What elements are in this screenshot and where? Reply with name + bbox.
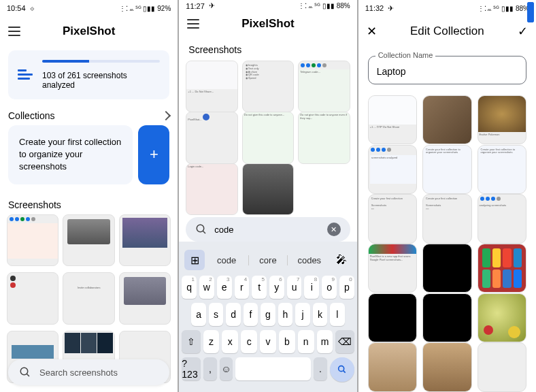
key-z[interactable]: z: [203, 330, 220, 353]
collections-header[interactable]: Collections: [0, 103, 178, 125]
symbols-key[interactable]: ?123: [182, 357, 201, 380]
mic-icon[interactable]: 🎤︎: [331, 250, 352, 270]
screen-search: 11:27✈ ⋮⁚ ⩋ ⁵ᴳ ▯▮▮88% PixelShot Screensh…: [179, 0, 356, 392]
app-title: PixelShot: [63, 24, 115, 38]
key-o[interactable]: o9: [322, 276, 337, 299]
collection-thumb[interactable]: PixelShot is a new app that scans Google…: [368, 244, 417, 293]
collection-thumb[interactable]: [422, 342, 471, 391]
comma-key[interactable]: ,: [203, 357, 216, 380]
collection-thumb[interactable]: [478, 342, 526, 391]
key-c[interactable]: c: [241, 330, 257, 353]
telegram-icon: ✈: [388, 4, 394, 13]
key-v[interactable]: v: [260, 330, 276, 353]
collection-thumb[interactable]: [422, 244, 471, 293]
collapse-keyboard[interactable]: ⌵: [182, 386, 354, 392]
key-e[interactable]: e3: [217, 276, 232, 299]
key-m[interactable]: m: [317, 330, 333, 353]
collection-thumb[interactable]: Create your first collectionScreenshots▫…: [368, 194, 417, 243]
backspace-key[interactable]: ⌫: [335, 330, 354, 353]
key-s[interactable]: s: [209, 303, 223, 326]
analysis-text: 103 of 261 screenshots analyzed: [42, 71, 160, 90]
screenshots-label: Screenshots: [8, 199, 61, 210]
svg-line-1: [27, 374, 29, 376]
screenshot-thumb[interactable]: [119, 214, 171, 266]
suggestion[interactable]: codes: [290, 255, 329, 265]
screenshot-thumb[interactable]: [7, 214, 58, 266]
screen-title: Edit Collection: [410, 24, 484, 38]
collection-thumb[interactable]: Evolve Pokemon: [478, 95, 526, 144]
key-l[interactable]: l: [330, 303, 344, 326]
key-h[interactable]: h: [278, 303, 292, 326]
key-d[interactable]: d: [226, 303, 240, 326]
search-key[interactable]: [330, 357, 354, 382]
collection-thumb[interactable]: [368, 293, 417, 342]
screenshot-thumb[interactable]: [63, 214, 114, 266]
emoji-key[interactable]: ☺: [220, 357, 233, 380]
search-input[interactable]: code ✕: [186, 217, 350, 242]
key-x[interactable]: x: [222, 330, 238, 353]
key-r[interactable]: r4: [235, 276, 250, 299]
collection-thumb[interactable]: [478, 293, 526, 342]
create-collection-card[interactable]: Create your first collection to organize…: [8, 125, 133, 184]
period-key[interactable]: .: [314, 357, 326, 380]
search-bar[interactable]: Search screenshots: [8, 359, 169, 385]
analysis-icon: [18, 69, 33, 80]
key-w[interactable]: w2: [199, 276, 214, 299]
clear-button[interactable]: ✕: [327, 223, 341, 236]
key-j[interactable]: j: [295, 303, 309, 326]
menu-button[interactable]: [8, 27, 20, 36]
key-g[interactable]: g: [261, 303, 275, 326]
screenshot-thumb[interactable]: +1 ... Do Not Share...: [186, 61, 237, 112]
collection-thumb[interactable]: analyzing screenshots: [478, 194, 526, 243]
collection-thumb[interactable]: Create your first collection to organize…: [478, 145, 526, 194]
key-u[interactable]: u7: [287, 276, 302, 299]
collection-thumb[interactable]: Create your first collectionScreenshots▫…: [422, 194, 471, 243]
screenshot-grid[interactable]: +1 ... Do Not Share... ◉ Insights◉ Text …: [179, 61, 356, 217]
collection-thumb[interactable]: [422, 293, 471, 342]
key-b[interactable]: b: [279, 330, 295, 353]
screenshot-thumb[interactable]: [119, 272, 171, 324]
suggestion[interactable]: core: [248, 255, 288, 265]
key-i[interactable]: i8: [304, 276, 319, 299]
screenshot-thumb[interactable]: PixelShot...: [186, 112, 237, 163]
screenshot-thumb[interactable]: Invite collaborators: [63, 272, 114, 324]
add-collection-button[interactable]: +: [138, 125, 169, 184]
screenshot-thumb[interactable]: [7, 272, 58, 324]
grid-mode-icon[interactable]: ⊞: [184, 250, 205, 270]
screenshot-thumb[interactable]: Do not give this code to anyone even if …: [298, 112, 350, 163]
key-a[interactable]: a: [191, 303, 205, 326]
collection-thumb[interactable]: Create your first collection to organize…: [422, 145, 471, 194]
space-key[interactable]: [235, 357, 311, 380]
collection-thumb[interactable]: screenshots analyzed: [368, 145, 417, 194]
key-k[interactable]: k: [313, 303, 327, 326]
screenshot-thumb[interactable]: Telegram code...: [298, 61, 350, 112]
suggestion[interactable]: code: [207, 255, 246, 265]
collection-name-field[interactable]: Collection Name Laptop: [368, 56, 526, 84]
field-value: Laptop: [377, 66, 518, 77]
clock: 11:32: [365, 4, 384, 12]
collection-thumb[interactable]: [422, 95, 471, 144]
key-t[interactable]: t5: [252, 276, 267, 299]
close-button[interactable]: ✕: [367, 24, 377, 39]
confirm-button[interactable]: ✓: [518, 24, 528, 39]
screenshot-thumb[interactable]: Login code...: [186, 163, 237, 215]
collection-thumb[interactable]: [478, 244, 526, 293]
screenshot-thumb[interactable]: ◉ Insights◉ Text only◉ Archive◉ QR code◉…: [242, 61, 294, 112]
shift-key[interactable]: ⇧: [182, 330, 200, 353]
key-y[interactable]: y6: [269, 276, 284, 299]
app-bar: PixelShot: [0, 16, 178, 46]
screenshot-thumb[interactable]: Do not give this code to anyone...: [242, 112, 294, 163]
collection-thumb[interactable]: +1 ... OTP Do Not Share: [368, 95, 417, 144]
analysis-card[interactable]: 103 of 261 screenshots analyzed: [8, 50, 169, 99]
key-f[interactable]: f: [244, 303, 258, 326]
menu-button[interactable]: [187, 19, 199, 29]
collection-grid[interactable]: +1 ... OTP Do Not Share Evolve Pokemon s…: [358, 90, 536, 392]
screenshot-thumb[interactable]: [242, 163, 294, 215]
collection-thumb[interactable]: [368, 342, 417, 391]
suggestion-bar: ⊞ code core codes 🎤︎: [182, 244, 354, 276]
key-q[interactable]: q1: [182, 276, 197, 299]
search-icon: [195, 223, 207, 235]
key-n[interactable]: n: [298, 330, 314, 353]
collections-row: Create your first collection to organize…: [0, 125, 178, 193]
key-p[interactable]: p0: [339, 276, 354, 299]
